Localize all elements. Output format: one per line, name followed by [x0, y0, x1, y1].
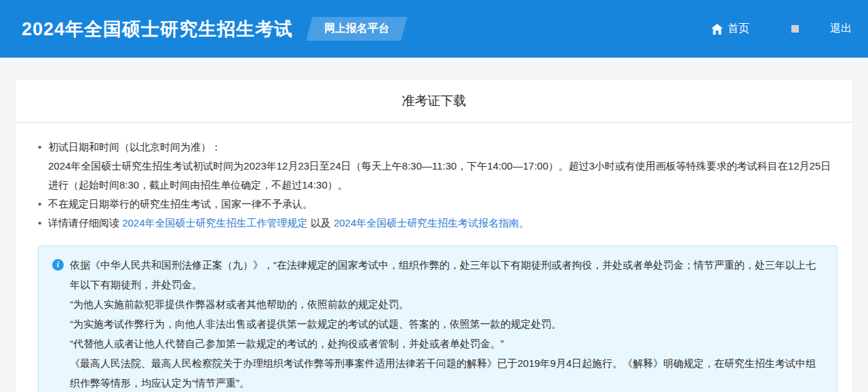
app-title: 2024年全国硕士研究生招生考试: [22, 17, 293, 41]
notice-item-exam-time-detail: 2024年全国硕士研究生招生考试初试时间为2023年12月23日至24日（每天上…: [48, 157, 837, 195]
notice-item-exam-time: 初试日期和时间（以北京时间为准）： 2024年全国硕士研究生招生考试初试时间为2…: [38, 138, 837, 195]
header-nav: 首页 退出: [711, 22, 852, 36]
notice-read-suffix: 。: [519, 217, 529, 229]
legal-notice-alert: i 依据《中华人民共和国刑法修正案（九）》，“在法律规定的国家考试中，组织作弊的…: [38, 246, 837, 392]
registration-guide-link[interactable]: 2024年全国硕士研究生招生考试报名指南: [334, 217, 519, 229]
notice-item-exam-time-lead: 初试日期和时间（以北京时间为准）：: [48, 138, 837, 157]
legal-paragraph-3: “为实施考试作弊行为，向他人非法出售或者提供第一款规定的考试的试题、答案的，依照…: [70, 314, 823, 334]
notice-list: 初试日期和时间（以北京时间为准）： 2024年全国硕士研究生招生考试初试时间为2…: [38, 138, 837, 233]
notice-read-prefix: 详情请仔细阅读: [48, 217, 122, 229]
admission-regulation-link[interactable]: 2024年全国硕士研究生招生工作管理规定: [122, 217, 307, 229]
home-link[interactable]: 首页: [711, 22, 749, 36]
legal-paragraph-2: “为他人实施前款犯罪提供作弊器材或者其他帮助的，依照前款的规定处罚。: [70, 294, 823, 314]
platform-badge-label: 网上报名平台: [324, 22, 389, 36]
page-title: 准考证下载: [16, 80, 852, 123]
content-card: 准考证下载 初试日期和时间（以北京时间为准）： 2024年全国硕士研究生招生考试…: [15, 79, 853, 392]
legal-paragraph-5: 《最高人民法院、最高人民检察院关于办理组织考试作弊等刑事案件适用法律若干问题的解…: [70, 353, 823, 392]
notice-item-not-recognized: 不在规定日期举行的研究生招生考试，国家一律不予承认。: [38, 195, 837, 214]
app-header: 2024年全国硕士研究生招生考试 网上报名平台 首页 退出: [0, 0, 868, 58]
notice-read-middle: 以及: [308, 217, 334, 229]
legal-notice-text: 依据《中华人民共和国刑法修正案（九）》，“在法律规定的国家考试中，组织作弊的，处…: [70, 255, 823, 392]
card-body: 初试日期和时间（以北京时间为准）： 2024年全国硕士研究生招生考试初试时间为2…: [16, 123, 852, 392]
info-icon: i: [52, 259, 64, 271]
home-link-label: 首页: [728, 22, 749, 36]
logout-icon[interactable]: [791, 25, 799, 33]
logout-link[interactable]: 退出: [830, 22, 852, 36]
notice-item-not-recognized-text: 不在规定日期举行的研究生招生考试，国家一律不予承认。: [48, 198, 313, 210]
home-icon: [711, 24, 723, 35]
legal-paragraph-4: “代替他人或者让他人代替自己参加第一款规定的考试的，处拘役或者管制，并处或者单处…: [70, 334, 823, 353]
platform-badge: 网上报名平台: [306, 17, 407, 41]
notice-item-read-more: 详情请仔细阅读 2024年全国硕士研究生招生工作管理规定 以及 2024年全国硕…: [38, 214, 837, 233]
legal-paragraph-1: 依据《中华人民共和国刑法修正案（九）》，“在法律规定的国家考试中，组织作弊的，处…: [70, 255, 823, 294]
